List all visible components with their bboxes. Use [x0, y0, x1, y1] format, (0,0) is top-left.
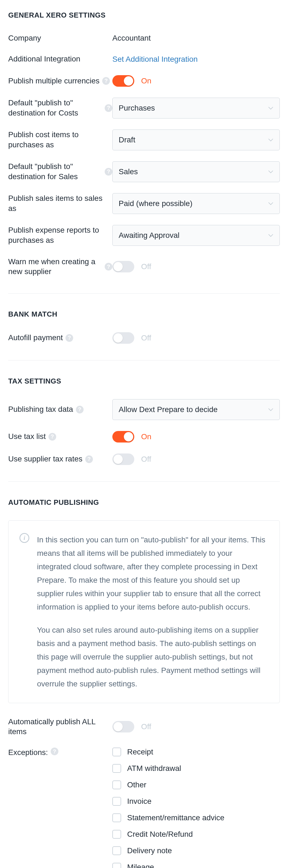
chevron-down-icon	[268, 234, 274, 237]
supplier-tax-state: Off	[141, 455, 151, 464]
info-paragraph: In this section you can turn on "auto-pu…	[37, 533, 268, 614]
integration-label: Additional Integration	[8, 54, 80, 64]
costs-destination-label: Default "publish to" destination for Cos…	[8, 98, 102, 118]
row-warn-supplier: Warn me when creating a new supplier ? O…	[8, 257, 280, 277]
exception-label: Mileage	[127, 863, 154, 868]
chevron-down-icon	[268, 170, 274, 174]
info-box: i In this section you can turn on "auto-…	[8, 520, 280, 703]
help-icon[interactable]: ?	[105, 104, 112, 112]
exception-checkbox[interactable]	[112, 813, 121, 822]
multi-currencies-toggle[interactable]	[112, 75, 134, 87]
row-publish-all: Automatically publish ALL items Off	[8, 717, 280, 737]
row-expense-reports: Publish expense reports to purchases as …	[8, 225, 280, 246]
exception-label: Credit Note/Refund	[127, 830, 193, 839]
exception-label: Delivery note	[127, 846, 172, 855]
autofill-label: Autofill payment	[8, 333, 63, 343]
chevron-down-icon	[268, 138, 274, 142]
publish-all-state: Off	[141, 722, 151, 731]
help-icon[interactable]: ?	[66, 334, 73, 342]
help-icon[interactable]: ?	[105, 168, 112, 176]
row-multi-currencies: Publish multiple currencies ? On	[8, 75, 280, 87]
row-sales-items: Publish sales items to sales as Paid (wh…	[8, 193, 280, 214]
exception-row: Mileage	[112, 863, 280, 868]
cost-items-label: Publish cost items to purchases as	[8, 130, 112, 150]
tax-list-toggle[interactable]	[112, 431, 134, 442]
warn-supplier-toggle[interactable]	[112, 261, 134, 272]
section-title-tax: TAX SETTINGS	[8, 377, 280, 385]
multi-currencies-label: Publish multiple currencies	[8, 76, 100, 86]
chevron-down-icon	[268, 106, 274, 110]
exception-label: Receipt	[127, 748, 153, 756]
help-icon[interactable]: ?	[51, 748, 58, 755]
publishing-tax-value: Allow Dext Prepare to decide	[119, 405, 218, 414]
autofill-toggle[interactable]	[112, 332, 134, 344]
section-title-bank: BANK MATCH	[8, 310, 280, 318]
publish-all-label: Automatically publish ALL items	[8, 717, 112, 737]
row-tax-list: Use tax list ? On	[8, 431, 280, 442]
row-company: Company Accountant	[8, 33, 280, 43]
expense-reports-select[interactable]: Awaiting Approval	[112, 225, 280, 246]
exception-checkbox[interactable]	[112, 797, 121, 806]
supplier-tax-label: Use supplier tax rates	[8, 454, 82, 464]
divider	[8, 482, 280, 482]
chevron-down-icon	[268, 202, 274, 206]
exception-checkbox[interactable]	[112, 780, 121, 789]
cost-items-value: Draft	[119, 135, 135, 144]
costs-destination-value: Purchases	[119, 104, 155, 113]
multi-currencies-state: On	[141, 76, 151, 85]
exception-row: Other	[112, 780, 280, 789]
help-icon[interactable]: ?	[48, 433, 56, 441]
sales-destination-select[interactable]: Sales	[112, 161, 280, 182]
exception-checkbox[interactable]	[112, 748, 121, 756]
exception-row: ATM withdrawal	[112, 764, 280, 773]
costs-destination-select[interactable]: Purchases	[112, 98, 280, 119]
divider	[8, 293, 280, 293]
exception-checkbox[interactable]	[112, 830, 121, 839]
row-publishing-tax: Publishing tax data ? Allow Dext Prepare…	[8, 399, 280, 420]
section-title-general: GENERAL XERO SETTINGS	[8, 11, 280, 20]
supplier-tax-toggle[interactable]	[112, 454, 134, 465]
help-icon[interactable]: ?	[85, 456, 93, 463]
exception-label: Other	[127, 780, 146, 789]
section-title-auto: AUTOMATIC PUBLISHING	[8, 498, 280, 507]
publish-all-toggle[interactable]	[112, 721, 134, 733]
help-icon[interactable]: ?	[102, 77, 110, 85]
cost-items-select[interactable]: Draft	[112, 129, 280, 150]
exception-label: Statement/remittance advice	[127, 813, 224, 822]
exception-checkbox[interactable]	[112, 764, 121, 773]
publishing-tax-label: Publishing tax data	[8, 404, 73, 414]
exception-checkbox[interactable]	[112, 846, 121, 855]
publishing-tax-select[interactable]: Allow Dext Prepare to decide	[112, 399, 280, 420]
help-icon[interactable]: ?	[105, 263, 112, 271]
integration-link[interactable]: Set Additional Integration	[112, 55, 197, 63]
row-autofill: Autofill payment ? Off	[8, 332, 280, 344]
exceptions-label: Exceptions:	[8, 748, 48, 757]
expense-reports-label: Publish expense reports to purchases as	[8, 225, 112, 245]
exception-row: Statement/remittance advice	[112, 813, 280, 822]
tax-list-state: On	[141, 432, 151, 441]
expense-reports-value: Awaiting Approval	[119, 231, 179, 240]
warn-supplier-label: Warn me when creating a new supplier	[8, 257, 102, 277]
help-icon[interactable]: ?	[76, 406, 83, 413]
row-cost-items: Publish cost items to purchases as Draft	[8, 129, 280, 150]
exception-row: Invoice	[112, 797, 280, 806]
sales-destination-value: Sales	[119, 167, 138, 176]
sales-items-label: Publish sales items to sales as	[8, 193, 112, 213]
exception-row: Delivery note	[112, 846, 280, 855]
divider	[8, 360, 280, 361]
exception-row: Credit Note/Refund	[112, 830, 280, 839]
exception-checkbox[interactable]	[112, 863, 121, 868]
sales-destination-label: Default "publish to" destination for Sal…	[8, 162, 102, 182]
exception-row: Receipt	[112, 748, 280, 756]
sales-items-select[interactable]: Paid (where possible)	[112, 193, 280, 214]
row-sales-destination: Default "publish to" destination for Sal…	[8, 161, 280, 182]
exception-label: ATM withdrawal	[127, 764, 181, 773]
autofill-state: Off	[141, 334, 151, 342]
exception-label: Invoice	[127, 797, 151, 806]
sales-items-value: Paid (where possible)	[119, 199, 192, 208]
tax-list-label: Use tax list	[8, 432, 46, 441]
company-value: Accountant	[112, 34, 151, 42]
chevron-down-icon	[268, 408, 274, 411]
row-supplier-tax: Use supplier tax rates ? Off	[8, 454, 280, 465]
company-label: Company	[8, 33, 41, 43]
